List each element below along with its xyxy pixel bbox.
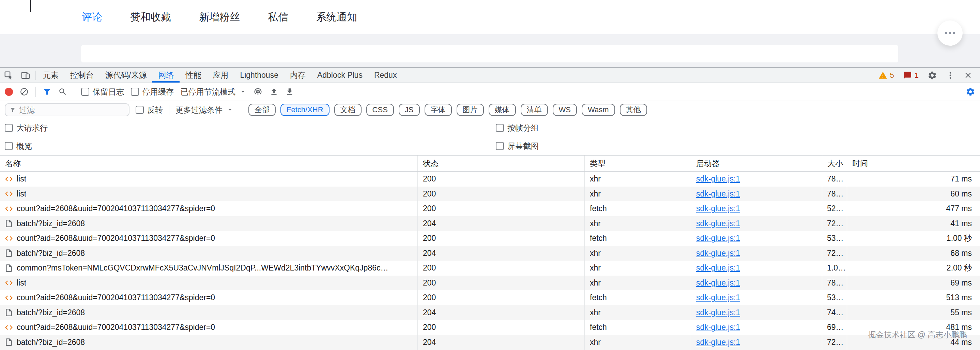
- request-initiator-link[interactable]: sdk-glue.js:1: [696, 234, 740, 243]
- devtools-settings-button[interactable]: [928, 70, 937, 80]
- invert-label: 反转: [147, 105, 163, 115]
- column-header-size[interactable]: 大小: [822, 155, 847, 171]
- tab-application[interactable]: 应用: [207, 68, 234, 83]
- filter-chip-doc[interactable]: 文档: [334, 104, 361, 116]
- request-initiator-link[interactable]: sdk-glue.js:1: [696, 338, 740, 347]
- tab-likes[interactable]: 赞和收藏: [130, 10, 171, 24]
- tab-console[interactable]: 控制台: [64, 68, 100, 83]
- download-icon: [285, 87, 294, 96]
- tab-network[interactable]: 网络: [152, 68, 180, 83]
- request-initiator-link[interactable]: sdk-glue.js:1: [696, 263, 740, 273]
- table-row[interactable]: count?aid=2608&uuid=7002041037113034277&…: [0, 290, 980, 305]
- filter-chip-wasm[interactable]: Wasm: [582, 104, 615, 116]
- toolbar-divider: [35, 87, 36, 97]
- devtools-menu-button[interactable]: [946, 71, 955, 80]
- filter-chip-other[interactable]: 其他: [620, 104, 647, 116]
- inspect-element-button[interactable]: [0, 68, 17, 83]
- tab-notifications[interactable]: 系统通知: [316, 10, 357, 24]
- import-har-button[interactable]: [269, 87, 278, 96]
- warning-count: 5: [890, 71, 894, 80]
- tab-memory[interactable]: 内存: [284, 68, 312, 83]
- column-header-initiator[interactable]: 启动器: [691, 155, 822, 171]
- request-status: 200: [423, 234, 436, 243]
- column-header-time[interactable]: 时间: [847, 155, 980, 171]
- code-icon: [5, 234, 13, 243]
- table-row[interactable]: count?aid=2608&uuid=7002041037113034277&…: [0, 231, 980, 246]
- devtools-close-button[interactable]: [964, 71, 972, 80]
- big-request-rows-checkbox[interactable]: 大请求行: [5, 123, 48, 133]
- table-row[interactable]: list 200 xhr sdk-glue.js:1 78… 69 ms: [0, 276, 980, 291]
- network-conditions-button[interactable]: [253, 87, 263, 96]
- search-button[interactable]: [58, 87, 67, 96]
- request-name: common?msToken=NMLcGQVCDxrwMFcX5U3aCvJNV…: [17, 263, 388, 273]
- table-row[interactable]: batch/?biz_id=2608 204 xhr sdk-glue.js:1…: [0, 246, 980, 261]
- record-button[interactable]: [5, 88, 13, 96]
- request-initiator-link[interactable]: sdk-glue.js:1: [696, 204, 740, 213]
- filter-chip-ws[interactable]: WS: [553, 104, 577, 116]
- filter-chip-css[interactable]: CSS: [366, 104, 394, 116]
- request-status: 200: [423, 323, 436, 332]
- tab-comments[interactable]: 评论: [82, 10, 102, 24]
- group-by-frame-checkbox[interactable]: 按帧分组: [496, 123, 539, 133]
- request-initiator-link[interactable]: sdk-glue.js:1: [696, 219, 740, 228]
- table-row[interactable]: batch/?biz_id=2608 204 xhr sdk-glue.js:1…: [0, 305, 980, 320]
- column-header-type[interactable]: 类型: [584, 155, 691, 171]
- table-row[interactable]: common?msToken=NMLcGQVCDxrwMFcX5U3aCvJNV…: [0, 261, 980, 276]
- request-initiator-link[interactable]: sdk-glue.js:1: [696, 293, 740, 302]
- export-har-button[interactable]: [285, 87, 294, 96]
- network-conditions-icon: [253, 87, 263, 96]
- table-body: list 200 xhr sdk-glue.js:1 78… 71 ms lis…: [0, 172, 980, 350]
- site-header: 评论 赞和收藏 新增粉丝 私信 系统通知: [0, 0, 980, 34]
- filter-chip-manifest[interactable]: 清单: [521, 104, 548, 116]
- warnings-counter[interactable]: 5: [878, 71, 894, 80]
- column-header-status[interactable]: 状态: [417, 155, 584, 171]
- filter-chip-font[interactable]: 字体: [425, 104, 452, 116]
- request-initiator-link[interactable]: sdk-glue.js:1: [696, 189, 740, 198]
- table-row[interactable]: count?aid=2608&uuid=7002041037113034277&…: [0, 201, 980, 216]
- request-time: 69 ms: [950, 278, 972, 288]
- overview-checkbox[interactable]: 概览: [5, 141, 32, 152]
- screenshots-checkbox[interactable]: 屏幕截图: [496, 141, 539, 152]
- filter-toggle-button[interactable]: [43, 87, 51, 96]
- issues-counter[interactable]: 1: [903, 71, 919, 80]
- network-settings-button[interactable]: [966, 87, 975, 96]
- request-initiator-link[interactable]: sdk-glue.js:1: [696, 174, 740, 184]
- table-row[interactable]: batch/?biz_id=2608 204 xhr sdk-glue.js:1…: [0, 335, 980, 350]
- checkbox-icon: [131, 88, 139, 96]
- filter-chip-img[interactable]: 图片: [457, 104, 484, 116]
- tab-followers[interactable]: 新增粉丝: [199, 10, 240, 24]
- column-header-name[interactable]: 名称: [0, 155, 417, 171]
- big-request-rows-label: 大请求行: [16, 123, 48, 133]
- table-row[interactable]: list 200 xhr sdk-glue.js:1 78… 60 ms: [0, 187, 980, 201]
- invert-filter-checkbox[interactable]: 反转: [135, 105, 163, 115]
- kebab-menu-icon: [946, 71, 955, 80]
- request-initiator-link[interactable]: sdk-glue.js:1: [696, 308, 740, 317]
- request-initiator-link[interactable]: sdk-glue.js:1: [696, 323, 740, 332]
- preserve-log-checkbox[interactable]: 保留日志: [81, 87, 124, 97]
- request-initiator-link[interactable]: sdk-glue.js:1: [696, 249, 740, 258]
- device-toolbar-button[interactable]: [17, 68, 34, 83]
- table-row[interactable]: count?aid=2608&uuid=7002041037113034277&…: [0, 320, 980, 335]
- filter-chip-media[interactable]: 媒体: [488, 104, 516, 116]
- filter-chip-all[interactable]: 全部: [248, 104, 276, 116]
- tab-messages[interactable]: 私信: [268, 10, 288, 24]
- filter-chip-js[interactable]: JS: [399, 104, 420, 116]
- request-initiator-link[interactable]: sdk-glue.js:1: [696, 278, 740, 288]
- tab-sources[interactable]: 源代码/来源: [100, 68, 152, 83]
- more-filters-dropdown[interactable]: 更多过滤条件: [175, 105, 234, 115]
- filter-input[interactable]: [19, 105, 125, 115]
- reply-input-bar[interactable]: [81, 45, 898, 62]
- code-icon: [5, 189, 13, 198]
- filter-chip-fetch-xhr[interactable]: Fetch/XHR: [280, 104, 329, 116]
- table-row[interactable]: list 200 xhr sdk-glue.js:1 78… 71 ms: [0, 172, 980, 187]
- throttling-select[interactable]: 已停用节流模式: [181, 87, 247, 97]
- tab-adblock-plus[interactable]: Adblock Plus: [312, 68, 368, 83]
- tab-redux[interactable]: Redux: [368, 68, 402, 83]
- tab-lighthouse[interactable]: Lighthouse: [234, 68, 284, 83]
- disable-cache-checkbox[interactable]: 停用缓存: [131, 87, 174, 97]
- more-options-button[interactable]: [937, 21, 963, 46]
- table-row[interactable]: batch/?biz_id=2608 204 xhr sdk-glue.js:1…: [0, 216, 980, 231]
- tab-performance[interactable]: 性能: [180, 68, 207, 83]
- clear-button[interactable]: [20, 87, 29, 96]
- tab-elements[interactable]: 元素: [37, 68, 64, 83]
